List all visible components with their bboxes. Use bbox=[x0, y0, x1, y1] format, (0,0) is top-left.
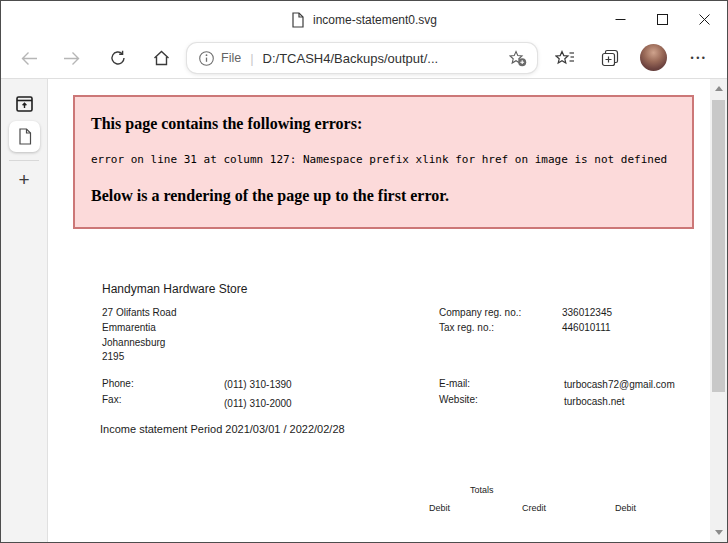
refresh-button[interactable] bbox=[104, 44, 132, 72]
close-icon bbox=[699, 14, 710, 25]
tab-actions-icon bbox=[16, 96, 33, 112]
address-bar[interactable]: File | D:/TCASH4/Backups/output/... bbox=[187, 43, 537, 73]
company-reg-value: 336012345 bbox=[562, 307, 612, 318]
window-controls bbox=[599, 1, 725, 38]
vertical-scrollbar[interactable] bbox=[710, 79, 727, 542]
collections-button[interactable] bbox=[596, 44, 624, 72]
column-header-debit: Debit bbox=[615, 503, 636, 513]
error-heading-top: This page contains the following errors: bbox=[91, 115, 362, 133]
back-button[interactable] bbox=[15, 44, 43, 72]
home-button[interactable] bbox=[147, 44, 175, 72]
document-icon bbox=[291, 12, 304, 28]
sidebar-divider bbox=[9, 160, 39, 161]
add-favorite-icon[interactable] bbox=[509, 50, 527, 67]
address-line: Johannesburg bbox=[102, 337, 165, 348]
forward-arrow-icon bbox=[63, 51, 80, 66]
email-value: turbocash72@gmail.com bbox=[564, 379, 675, 390]
scrollbar-thumb[interactable] bbox=[712, 100, 725, 392]
minimize-icon bbox=[615, 14, 626, 25]
fax-value: (011) 310-2000 bbox=[224, 398, 292, 409]
error-heading-bottom: Below is a rendering of the page up to t… bbox=[91, 187, 449, 205]
toolbar: File | D:/TCASH4/Backups/output/... bbox=[1, 38, 727, 79]
totals-header: Totals bbox=[470, 485, 494, 495]
home-icon bbox=[153, 50, 170, 66]
tax-reg-label: Tax reg. no.: bbox=[439, 322, 494, 333]
vertical-tabs-sidebar: + bbox=[1, 79, 48, 542]
company-name: Handyman Hardware Store bbox=[102, 282, 247, 296]
scroll-down-button[interactable] bbox=[710, 525, 727, 540]
back-arrow-icon bbox=[21, 51, 38, 66]
scroll-up-button[interactable] bbox=[710, 81, 727, 96]
column-header-credit: Credit bbox=[522, 503, 546, 513]
scroll-down-icon bbox=[715, 530, 723, 535]
phone-label: Phone: bbox=[102, 378, 134, 389]
settings-menu-button[interactable]: ••• bbox=[685, 44, 713, 72]
profile-avatar[interactable] bbox=[640, 44, 667, 71]
page-content: This page contains the following errors:… bbox=[49, 79, 710, 542]
address-protocol-label: File bbox=[221, 51, 241, 65]
error-message: error on line 31 at column 127: Namespac… bbox=[91, 153, 667, 166]
ellipsis-icon: ••• bbox=[691, 53, 708, 63]
page-icon bbox=[18, 128, 32, 145]
address-separator: | bbox=[250, 51, 253, 66]
maximize-button[interactable] bbox=[641, 1, 683, 38]
tax-reg-value: 446010111 bbox=[562, 322, 611, 333]
scroll-up-icon bbox=[715, 86, 723, 91]
website-value: turbocash.net bbox=[564, 396, 625, 407]
active-tab[interactable] bbox=[9, 121, 40, 152]
address-line: Emmarentia bbox=[102, 322, 156, 333]
info-icon bbox=[199, 51, 214, 66]
minimize-button[interactable] bbox=[599, 1, 641, 38]
close-button[interactable] bbox=[683, 1, 725, 38]
forward-button[interactable] bbox=[57, 44, 85, 72]
refresh-icon bbox=[110, 50, 126, 66]
collections-icon bbox=[601, 49, 619, 67]
address-path: D:/TCASH4/Backups/output/... bbox=[263, 51, 509, 66]
xml-error-box: This page contains the following errors:… bbox=[73, 95, 694, 229]
titlebar: income-statement0.svg bbox=[1, 1, 727, 38]
window-title: income-statement0.svg bbox=[313, 13, 437, 27]
email-label: E-mail: bbox=[439, 378, 470, 389]
tab-actions-button[interactable] bbox=[14, 94, 34, 114]
report-title: Income statement Period 2021/03/01 / 202… bbox=[100, 423, 345, 435]
favorites-star-icon bbox=[555, 50, 575, 67]
browser-window: income-statement0.svg bbox=[0, 0, 728, 543]
company-reg-label: Company reg. no.: bbox=[439, 307, 521, 318]
favorites-button[interactable] bbox=[551, 44, 579, 72]
maximize-icon bbox=[657, 14, 668, 25]
new-tab-button[interactable]: + bbox=[11, 167, 37, 193]
phone-value: (011) 310-1390 bbox=[224, 379, 292, 390]
website-label: Website: bbox=[439, 394, 478, 405]
main-area: + This page contains the following error… bbox=[1, 79, 727, 542]
address-line: 2195 bbox=[102, 351, 124, 362]
address-line: 27 Olifants Road bbox=[102, 307, 177, 318]
fax-label: Fax: bbox=[102, 394, 121, 405]
column-header-debit: Debit bbox=[429, 503, 450, 513]
